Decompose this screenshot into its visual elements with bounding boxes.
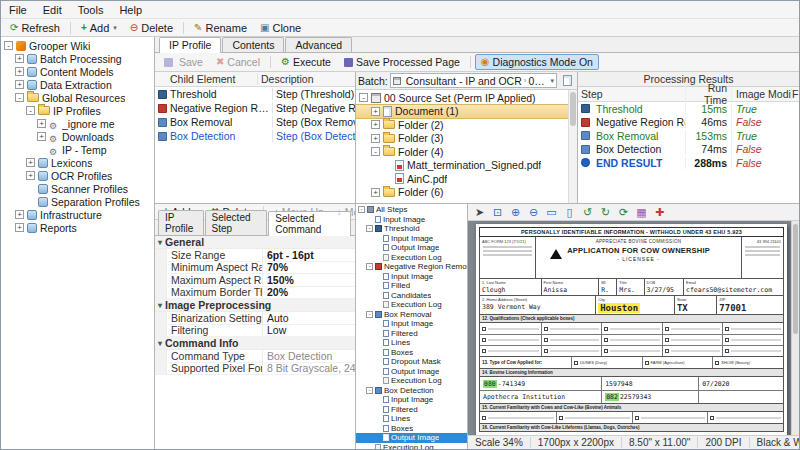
nav-tree-item[interactable]: +Reports	[1, 221, 154, 234]
steps-tree-item[interactable]: Filtered	[356, 329, 467, 339]
property-category[interactable]: ▾General	[155, 236, 355, 249]
property-value[interactable]: Box Detection	[263, 350, 355, 362]
property-row[interactable]: Minimum Aspect Ratio70%	[155, 262, 355, 275]
steps-tree-item[interactable]: Input Image	[356, 234, 467, 244]
tree-expander-icon[interactable]: +	[37, 119, 46, 128]
rotate-left-icon[interactable]: ↺	[579, 205, 596, 220]
diagnostics-mode-toggle[interactable]: ◉Diagnostics Mode On	[475, 54, 599, 70]
batch-tree-item[interactable]: -00 Source Set (Perm IP Applied)	[356, 91, 568, 105]
nav-tree-item[interactable]: +Downloads	[1, 130, 154, 143]
property-row[interactable]: FilteringLow	[155, 325, 355, 338]
tree-expander-icon[interactable]: -	[366, 263, 373, 270]
pointer-icon[interactable]: ➤	[471, 205, 488, 220]
steps-tree-item[interactable]: Execution Log	[356, 300, 467, 310]
steps-tree-item[interactable]: -Negative Region Removal	[356, 262, 467, 272]
zoom-out-icon[interactable]: ⊖	[525, 205, 542, 220]
zoom-in-icon[interactable]: ⊕	[507, 205, 524, 220]
clone-button[interactable]: ▣Clone	[254, 20, 307, 36]
child-row[interactable]: Box DetectionStep (Box Detection)	[155, 129, 355, 143]
layers-icon[interactable]: ▦	[633, 205, 650, 220]
tree-expander-icon[interactable]: -	[359, 93, 368, 102]
rename-button[interactable]: ✎Rename	[188, 20, 253, 36]
nav-tree-item[interactable]: +Data Extraction	[1, 78, 154, 91]
batch-selector[interactable]: Consultant - IP and OCR › 00 Source Set …	[390, 73, 557, 88]
nav-tree-item[interactable]: Scanner Profiles	[1, 182, 154, 195]
steps-tree-item[interactable]: Candidates	[356, 291, 467, 301]
batch-tree-item[interactable]: AinC.pdf	[356, 172, 568, 186]
steps-tree-item[interactable]: Dropout Mask	[356, 357, 467, 367]
nav-tree-item[interactable]: -Grooper Wiki	[1, 39, 154, 52]
property-value[interactable]: 20%	[263, 286, 355, 298]
batch-tree-item[interactable]: +Folder (2)	[356, 118, 568, 132]
batch-tree-item[interactable]: +Document (1)	[356, 105, 568, 119]
tree-expander-icon[interactable]: -	[366, 311, 373, 318]
zoom-select-icon[interactable]: ⊡	[489, 205, 506, 220]
property-category[interactable]: ▾Command Info	[155, 337, 355, 350]
property-value[interactable]: 150%	[263, 274, 355, 286]
steps-tree-item[interactable]: Execution Log	[356, 376, 467, 386]
menu-tools[interactable]: Tools	[70, 3, 112, 17]
column-header[interactable]: Description	[257, 73, 355, 85]
viewer-scrollbar[interactable]	[791, 221, 799, 435]
batch-tree-item[interactable]: +Folder (3)	[356, 132, 568, 146]
document-page[interactable]: PERSONALLY IDENTIFIABLE INFORMATION - WI…	[476, 224, 787, 435]
column-header[interactable]: Child Element	[155, 73, 257, 85]
property-row[interactable]: Size Range6pt - 16pt	[155, 249, 355, 262]
property-row[interactable]: Maximum Border Thickness20%	[155, 287, 355, 300]
steps-tree-item[interactable]: Boxes	[356, 424, 467, 434]
tree-expander-icon[interactable]: +	[15, 54, 24, 63]
result-row[interactable]: Box Removal153msTrue	[578, 129, 799, 143]
scrollbar-thumb[interactable]	[570, 92, 576, 126]
tree-expander-icon[interactable]: +	[371, 107, 380, 116]
tree-expander-icon[interactable]: +	[371, 134, 380, 143]
menu-edit[interactable]: Edit	[35, 3, 70, 17]
steps-tree-item[interactable]: Output Image	[356, 367, 467, 377]
steps-tree-item[interactable]: -Box Detection	[356, 386, 467, 396]
child-row[interactable]: Box RemovalStep (Box Removal)	[155, 115, 355, 129]
open-batch-button[interactable]	[559, 73, 575, 88]
property-value[interactable]: 8 Bit Grayscale, 24 Bit RGB, 32 Bit RGB	[263, 362, 355, 374]
column-header[interactable]: F	[791, 88, 799, 100]
nav-tree-item[interactable]: +_ignore me	[1, 117, 154, 130]
tab-selected-step[interactable]: Selected Step	[205, 210, 268, 235]
property-value[interactable]: Auto	[263, 312, 355, 324]
property-value[interactable]: 70%	[263, 261, 355, 273]
steps-tree-item[interactable]: Output Image	[356, 243, 467, 253]
result-row[interactable]: Threshold15msTrue	[578, 102, 799, 116]
save-processed-page-button[interactable]: Save Processed Page	[338, 54, 466, 70]
property-row[interactable]: Supported Pixel Formats8 Bit Grayscale, …	[155, 363, 355, 376]
tree-expander-icon[interactable]: -	[15, 93, 24, 102]
tree-expander-icon[interactable]: -	[366, 225, 373, 232]
steps-tree-item[interactable]: -Threshold	[356, 224, 467, 234]
refresh-button[interactable]: ⟳Refresh	[4, 20, 66, 36]
batch-tree-scrollbar[interactable]	[568, 90, 577, 203]
tree-expander-icon[interactable]: -	[371, 147, 380, 156]
execute-button[interactable]: ⚙Execute	[275, 54, 337, 70]
tab-contents[interactable]: Contents	[222, 37, 284, 52]
result-row[interactable]: Box Detection74msFalse	[578, 143, 799, 157]
tree-expander-icon[interactable]: +	[371, 188, 380, 197]
tree-expander-icon[interactable]: -	[366, 387, 373, 394]
tree-expander-icon[interactable]: +	[15, 80, 24, 89]
property-row[interactable]: Maximum Aspect Ratio150%	[155, 274, 355, 287]
add-region-icon[interactable]: ✚	[651, 205, 668, 220]
menu-help[interactable]: Help	[111, 3, 150, 17]
tree-expander-icon[interactable]: +	[26, 158, 35, 167]
steps-tree-item[interactable]: Filled	[356, 281, 467, 291]
menu-file[interactable]: File	[1, 3, 35, 17]
steps-tree-item[interactable]: Execution Log	[356, 443, 467, 450]
add-button[interactable]: +Add▾	[75, 20, 123, 36]
nav-tree-item[interactable]: +Lexicons	[1, 156, 154, 169]
tree-expander-icon[interactable]: +	[15, 223, 24, 232]
property-value[interactable]: Low	[263, 324, 355, 336]
tab-ip-profile[interactable]: IP Profile	[158, 210, 204, 235]
steps-tree-item[interactable]: Boxes	[356, 348, 467, 358]
nav-tree-item[interactable]: -Global Resources	[1, 91, 154, 104]
nav-tree-item[interactable]: +Infrastructure	[1, 208, 154, 221]
steps-tree-item[interactable]: Input Image	[356, 395, 467, 405]
tree-expander-icon[interactable]: -	[26, 106, 35, 115]
column-header[interactable]: Step	[578, 88, 685, 100]
nav-tree-item[interactable]: +Batch Processing	[1, 52, 154, 65]
property-row[interactable]: Command TypeBox Detection	[155, 350, 355, 363]
steps-tree-item[interactable]: Output Image	[356, 433, 467, 443]
